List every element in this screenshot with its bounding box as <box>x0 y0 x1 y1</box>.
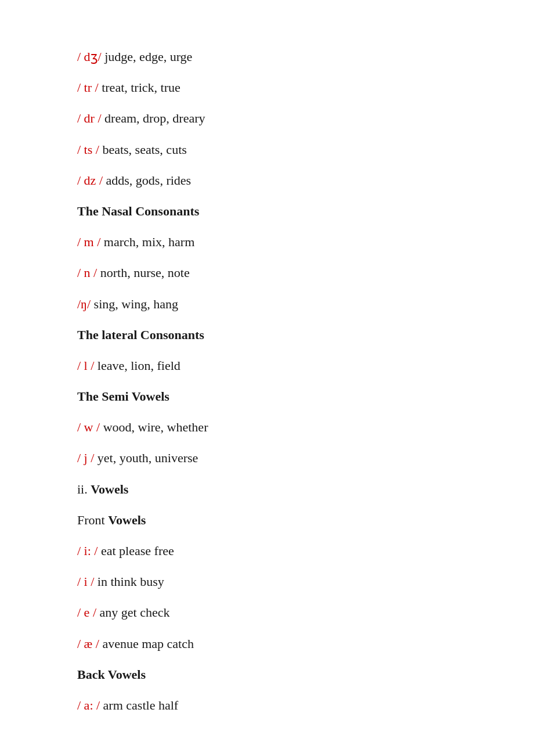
line-dr-text: dream, drop, dreary <box>102 111 205 125</box>
heading-semi: The Semi Vowels <box>77 386 457 406</box>
content-area: / dʒ/ judge, edge, urge/ tr / treat, tri… <box>77 46 457 715</box>
line-tr-text: treat, trick, true <box>99 80 181 95</box>
heading-front-bold: Vowels <box>108 513 146 527</box>
line-m: / m / march, mix, harm <box>77 232 457 252</box>
line-m-symbol: / m / <box>77 235 100 249</box>
heading-vowels-prefix: ii. <box>77 482 91 496</box>
line-j-symbol: / j / <box>77 451 94 465</box>
line-along: / a: / arm castle half <box>77 695 457 715</box>
line-w-text: wood, wire, whether <box>100 420 208 434</box>
heading-vowels: ii. Vowels <box>77 479 457 499</box>
line-l-text: leave, lion, field <box>94 358 180 373</box>
line-e-text: any get check <box>96 605 169 620</box>
line-w-symbol: / w / <box>77 420 100 434</box>
line-ts-symbol: / ts / <box>77 142 99 157</box>
line-w: / w / wood, wire, whether <box>77 417 457 437</box>
heading-back: Back Vowels <box>77 664 457 685</box>
line-ilong: / i: / eat please free <box>77 541 457 561</box>
line-n-symbol: / n / <box>77 265 97 280</box>
line-n: / n / north, nurse, note <box>77 262 457 283</box>
line-ts: / ts / beats, seats, cuts <box>77 139 457 160</box>
line-n-text: north, nurse, note <box>97 265 189 280</box>
line-i-symbol: / i / <box>77 574 94 589</box>
line-dz: / dz / adds, gods, rides <box>77 170 457 190</box>
line-e-symbol: / e / <box>77 605 96 620</box>
line-ts-text: beats, seats, cuts <box>99 142 187 157</box>
line-dz3-text: judge, edge, urge <box>102 49 193 64</box>
line-ng-symbol: /ŋ/ <box>77 297 91 311</box>
heading-nasal: The Nasal Consonants <box>77 201 457 221</box>
line-dr: / dr / dream, drop, dreary <box>77 108 457 128</box>
heading-lateral: The lateral Consonants <box>77 325 457 345</box>
heading-front: Front Vowels <box>77 510 457 530</box>
line-ae-text: avenue map catch <box>99 636 194 651</box>
heading-front-prefix: Front <box>77 513 108 527</box>
line-dz3-symbol: / dʒ/ <box>77 49 102 64</box>
line-dr-symbol: / dr / <box>77 111 102 125</box>
line-along-text: arm castle half <box>100 698 178 712</box>
line-i-text: in think busy <box>94 574 164 589</box>
line-tr: / tr / treat, trick, true <box>77 77 457 98</box>
line-l: / l / leave, lion, field <box>77 355 457 376</box>
line-ilong-text: eat please free <box>98 543 174 558</box>
line-dz3: / dʒ/ judge, edge, urge <box>77 46 457 67</box>
line-j-text: yet, youth, universe <box>94 451 198 465</box>
line-dz-symbol: / dz / <box>77 173 103 188</box>
line-ae-symbol: / æ / <box>77 636 99 651</box>
line-l-symbol: / l / <box>77 358 94 373</box>
heading-vowels-bold: Vowels <box>91 482 128 496</box>
line-ng-text: sing, wing, hang <box>91 297 178 311</box>
line-dz-text: adds, gods, rides <box>103 173 191 188</box>
line-j: / j / yet, youth, universe <box>77 448 457 468</box>
line-ng: /ŋ/ sing, wing, hang <box>77 294 457 314</box>
line-ilong-symbol: / i: / <box>77 543 98 558</box>
line-along-symbol: / a: / <box>77 698 100 712</box>
line-i: / i / in think busy <box>77 571 457 592</box>
line-e: / e / any get check <box>77 602 457 622</box>
line-tr-symbol: / tr / <box>77 80 99 95</box>
line-m-text: march, mix, harm <box>100 235 194 249</box>
line-ae: / æ / avenue map catch <box>77 633 457 654</box>
